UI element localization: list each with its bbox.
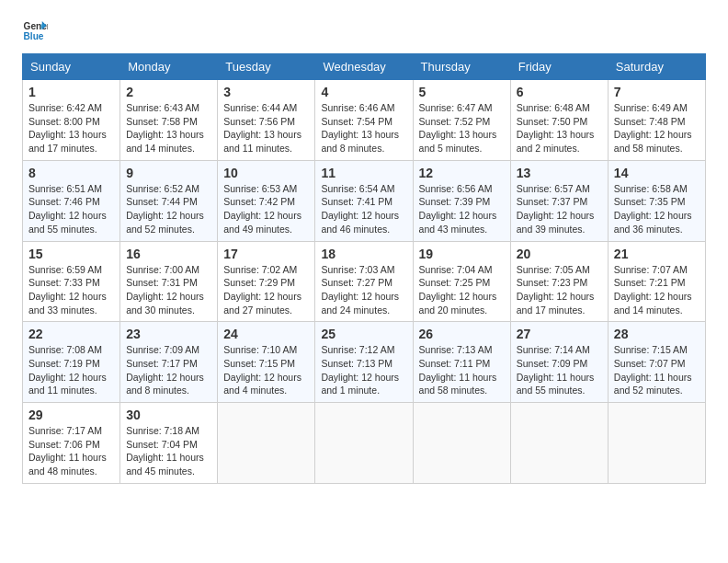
day-number: 1: [28, 85, 114, 99]
calendar-cell: 17Sunrise: 7:02 AMSunset: 7:29 PMDayligh…: [218, 241, 315, 322]
day-number: 12: [419, 166, 505, 180]
day-info: Sunrise: 6:54 AMSunset: 7:41 PMDaylight:…: [321, 182, 406, 236]
day-info: Sunrise: 7:17 AMSunset: 7:06 PMDaylight:…: [28, 424, 114, 478]
logo-icon: General Blue: [22, 18, 48, 44]
calendar-week-row: 15Sunrise: 6:59 AMSunset: 7:33 PMDayligh…: [23, 241, 706, 322]
calendar-cell: 9Sunrise: 6:52 AMSunset: 7:44 PMDaylight…: [120, 160, 218, 241]
calendar-cell: 18Sunrise: 7:03 AMSunset: 7:27 PMDayligh…: [315, 241, 413, 322]
calendar-cell: [510, 403, 608, 484]
logo: General Blue: [22, 18, 51, 44]
weekday-header-thursday: Thursday: [413, 54, 510, 80]
day-info: Sunrise: 7:03 AMSunset: 7:27 PMDaylight:…: [321, 263, 406, 317]
day-info: Sunrise: 6:51 AMSunset: 7:46 PMDaylight:…: [28, 182, 114, 236]
day-number: 13: [517, 166, 602, 180]
day-info: Sunrise: 7:08 AMSunset: 7:19 PMDaylight:…: [28, 343, 114, 397]
calendar-cell: 7Sunrise: 6:49 AMSunset: 7:48 PMDaylight…: [608, 80, 705, 161]
day-info: Sunrise: 7:09 AMSunset: 7:17 PMDaylight:…: [126, 343, 211, 397]
day-number: 27: [517, 327, 602, 341]
day-number: 28: [614, 327, 700, 341]
day-info: Sunrise: 7:02 AMSunset: 7:29 PMDaylight:…: [223, 263, 309, 317]
day-info: Sunrise: 6:44 AMSunset: 7:56 PMDaylight:…: [223, 101, 309, 155]
calendar-cell: 21Sunrise: 7:07 AMSunset: 7:21 PMDayligh…: [608, 241, 705, 322]
calendar-cell: 20Sunrise: 7:05 AMSunset: 7:23 PMDayligh…: [510, 241, 608, 322]
calendar-cell: 4Sunrise: 6:46 AMSunset: 7:54 PMDaylight…: [315, 80, 413, 161]
day-info: Sunrise: 6:43 AMSunset: 7:58 PMDaylight:…: [126, 101, 211, 155]
day-info: Sunrise: 6:58 AMSunset: 7:35 PMDaylight:…: [614, 182, 700, 236]
day-info: Sunrise: 7:05 AMSunset: 7:23 PMDaylight:…: [517, 263, 602, 317]
day-info: Sunrise: 7:13 AMSunset: 7:11 PMDaylight:…: [419, 343, 505, 397]
day-number: 16: [126, 247, 211, 261]
day-info: Sunrise: 6:49 AMSunset: 7:48 PMDaylight:…: [614, 101, 700, 155]
day-number: 30: [126, 408, 211, 422]
day-info: Sunrise: 6:42 AMSunset: 8:00 PMDaylight:…: [28, 101, 114, 155]
calendar-cell: 29Sunrise: 7:17 AMSunset: 7:06 PMDayligh…: [23, 403, 120, 484]
day-number: 7: [614, 85, 700, 99]
weekday-header-monday: Monday: [120, 54, 218, 80]
day-number: 26: [419, 327, 505, 341]
day-number: 21: [614, 247, 700, 261]
day-number: 18: [321, 247, 406, 261]
day-info: Sunrise: 7:15 AMSunset: 7:07 PMDaylight:…: [614, 343, 700, 397]
calendar-cell: 6Sunrise: 6:48 AMSunset: 7:50 PMDaylight…: [510, 80, 608, 161]
calendar-cell: 23Sunrise: 7:09 AMSunset: 7:17 PMDayligh…: [120, 322, 218, 403]
calendar-cell: 5Sunrise: 6:47 AMSunset: 7:52 PMDaylight…: [413, 80, 510, 161]
day-number: 20: [517, 247, 602, 261]
calendar-week-row: 29Sunrise: 7:17 AMSunset: 7:06 PMDayligh…: [23, 403, 706, 484]
day-number: 10: [223, 166, 309, 180]
day-info: Sunrise: 6:53 AMSunset: 7:42 PMDaylight:…: [223, 182, 309, 236]
calendar-cell: 26Sunrise: 7:13 AMSunset: 7:11 PMDayligh…: [413, 322, 510, 403]
calendar-cell: 28Sunrise: 7:15 AMSunset: 7:07 PMDayligh…: [608, 322, 705, 403]
day-number: 25: [321, 327, 406, 341]
day-number: 3: [223, 85, 309, 99]
calendar-cell: 30Sunrise: 7:18 AMSunset: 7:04 PMDayligh…: [120, 403, 218, 484]
day-info: Sunrise: 6:52 AMSunset: 7:44 PMDaylight:…: [126, 182, 211, 236]
calendar-week-row: 8Sunrise: 6:51 AMSunset: 7:46 PMDaylight…: [23, 160, 706, 241]
calendar-cell: 14Sunrise: 6:58 AMSunset: 7:35 PMDayligh…: [608, 160, 705, 241]
calendar-cell: [218, 403, 315, 484]
calendar-cell: 22Sunrise: 7:08 AMSunset: 7:19 PMDayligh…: [23, 322, 120, 403]
calendar-cell: 10Sunrise: 6:53 AMSunset: 7:42 PMDayligh…: [218, 160, 315, 241]
day-number: 4: [321, 85, 406, 99]
weekday-header-saturday: Saturday: [608, 54, 705, 80]
calendar-cell: 16Sunrise: 7:00 AMSunset: 7:31 PMDayligh…: [120, 241, 218, 322]
day-number: 9: [126, 166, 211, 180]
weekday-header-tuesday: Tuesday: [218, 54, 315, 80]
page-header: General Blue: [22, 18, 706, 44]
calendar-cell: 27Sunrise: 7:14 AMSunset: 7:09 PMDayligh…: [510, 322, 608, 403]
calendar-week-row: 1Sunrise: 6:42 AMSunset: 8:00 PMDaylight…: [23, 80, 706, 161]
calendar-table: SundayMondayTuesdayWednesdayThursdayFrid…: [22, 53, 706, 484]
day-number: 8: [28, 166, 114, 180]
day-number: 24: [223, 327, 309, 341]
calendar-cell: 24Sunrise: 7:10 AMSunset: 7:15 PMDayligh…: [218, 322, 315, 403]
day-number: 19: [419, 247, 505, 261]
calendar-header-row: SundayMondayTuesdayWednesdayThursdayFrid…: [23, 54, 706, 80]
day-info: Sunrise: 7:04 AMSunset: 7:25 PMDaylight:…: [419, 263, 505, 317]
day-info: Sunrise: 6:46 AMSunset: 7:54 PMDaylight:…: [321, 101, 406, 155]
day-info: Sunrise: 6:56 AMSunset: 7:39 PMDaylight:…: [419, 182, 505, 236]
svg-text:Blue: Blue: [24, 31, 44, 41]
calendar-cell: 1Sunrise: 6:42 AMSunset: 8:00 PMDaylight…: [23, 80, 120, 161]
day-info: Sunrise: 6:47 AMSunset: 7:52 PMDaylight:…: [419, 101, 505, 155]
day-info: Sunrise: 7:10 AMSunset: 7:15 PMDaylight:…: [223, 343, 309, 397]
weekday-header-friday: Friday: [510, 54, 608, 80]
calendar-cell: 2Sunrise: 6:43 AMSunset: 7:58 PMDaylight…: [120, 80, 218, 161]
day-number: 17: [223, 247, 309, 261]
day-number: 29: [28, 408, 114, 422]
day-number: 2: [126, 85, 211, 99]
day-info: Sunrise: 7:18 AMSunset: 7:04 PMDaylight:…: [126, 424, 211, 478]
calendar-cell: [315, 403, 413, 484]
calendar-cell: 25Sunrise: 7:12 AMSunset: 7:13 PMDayligh…: [315, 322, 413, 403]
day-info: Sunrise: 6:57 AMSunset: 7:37 PMDaylight:…: [517, 182, 602, 236]
day-number: 23: [126, 327, 211, 341]
calendar-cell: [413, 403, 510, 484]
calendar-cell: 15Sunrise: 6:59 AMSunset: 7:33 PMDayligh…: [23, 241, 120, 322]
calendar-cell: [608, 403, 705, 484]
day-info: Sunrise: 7:00 AMSunset: 7:31 PMDaylight:…: [126, 263, 211, 317]
day-number: 22: [28, 327, 114, 341]
day-info: Sunrise: 7:14 AMSunset: 7:09 PMDaylight:…: [517, 343, 602, 397]
day-number: 6: [517, 85, 602, 99]
weekday-header-sunday: Sunday: [23, 54, 120, 80]
calendar-cell: 8Sunrise: 6:51 AMSunset: 7:46 PMDaylight…: [23, 160, 120, 241]
calendar-cell: 12Sunrise: 6:56 AMSunset: 7:39 PMDayligh…: [413, 160, 510, 241]
day-number: 11: [321, 166, 406, 180]
